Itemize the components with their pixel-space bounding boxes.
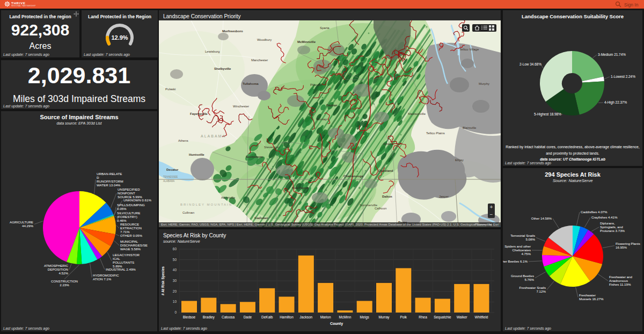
svg-text:0.05%: 0.05%	[117, 207, 127, 210]
svg-text:Freshwater and: Freshwater and	[609, 275, 633, 279]
svg-text:Bradley: Bradley	[203, 315, 215, 320]
svg-text:CONSTRUCTION: CONSTRUCTION	[51, 279, 78, 283]
svg-text:INDUSTRIAL 2.49%: INDUSTRIAL 2.49%	[106, 267, 136, 271]
svg-text:Chattanooga: Chattanooga	[343, 175, 363, 178]
svg-text:Caddisflies 4.07%: Caddisflies 4.07%	[581, 210, 608, 214]
svg-text:MUNICIPAL: MUNICIPAL	[120, 239, 138, 243]
svg-text:Chelicerates: Chelicerates	[513, 248, 531, 252]
svg-text:ATION 7.1%: ATION 7.1%	[93, 277, 112, 281]
svg-text:40: 40	[173, 268, 177, 272]
svg-text:Jackson: Jackson	[299, 315, 312, 319]
svg-text:7.71%: 7.71%	[120, 230, 130, 234]
svg-text:McMinnville: McMinnville	[297, 40, 316, 43]
svg-text:20: 20	[173, 289, 177, 293]
svg-text:0: 0	[174, 310, 177, 314]
svg-text:County: County	[330, 322, 343, 326]
svg-text:Pulaski: Pulaski	[165, 88, 175, 91]
svg-text:Other 14.58%: Other 14.58%	[531, 216, 552, 220]
svg-text:Shelbyville: Shelbyville	[214, 67, 231, 70]
svg-text:Cullman: Cullman	[182, 211, 194, 214]
svg-text:4.52%: 4.52%	[58, 271, 68, 275]
svg-text:WATER 13.04%: WATER 13.04%	[97, 183, 121, 187]
svg-text:NONPOINT: NONPOINT	[118, 191, 135, 195]
svg-text:Madisonville: Madisonville	[408, 112, 426, 115]
svg-text:POLLUTANTS: POLLUTANTS	[113, 260, 134, 264]
svg-text:HYDROMODIFIC: HYDROMODIFIC	[93, 273, 119, 277]
svg-text:(FORESTRY): (FORESTRY)	[117, 215, 137, 219]
svg-text:4-High 22.37%: 4-High 22.37%	[604, 100, 627, 105]
svg-text:Summerville: Summerville	[360, 204, 378, 207]
svg-text:EXTRACTION: EXTRACTION	[120, 226, 142, 230]
svg-text:SPILLS/DUMPING: SPILLS/DUMPING	[117, 203, 145, 207]
svg-text:Cleveland: Cleveland	[378, 169, 393, 172]
svg-text:Diplurans,: Diplurans,	[600, 221, 615, 225]
svg-text:Spiders and other: Spiders and other	[504, 244, 531, 248]
svg-text:Calhoun: Calhoun	[375, 207, 386, 210]
svg-text:Marion: Marion	[320, 315, 331, 319]
svg-text:Albertville: Albertville	[221, 196, 236, 199]
svg-text:ALABAMA: ALABAMA	[201, 134, 226, 138]
svg-text:Woodbury: Woodbury	[257, 38, 272, 41]
svg-text:Jasper: Jasper	[439, 195, 449, 198]
svg-text:DEPOSITION: DEPOSITION	[48, 267, 68, 271]
svg-text:5-Highest 18.98%: 5-Highest 18.98%	[534, 112, 561, 117]
svg-text:Tellico Plains: Tellico Plains	[426, 132, 445, 135]
svg-text:Rhea: Rhea	[419, 315, 427, 319]
svg-text:D: D	[97, 176, 99, 179]
svg-text:Bledsoe: Bledsoe	[183, 315, 196, 319]
svg-text:McMinn: McMinn	[339, 315, 352, 319]
svg-text:Winchester: Winchester	[233, 105, 249, 108]
svg-text:30: 30	[173, 279, 177, 282]
svg-text:Meigs: Meigs	[360, 315, 370, 320]
svg-text:Dade: Dade	[244, 315, 252, 319]
svg-text:4.75%: 4.75%	[521, 252, 531, 256]
svg-text:Proturans 3.73%: Proturans 3.73%	[600, 229, 625, 233]
svg-text:ther Beetles 6.1%: ther Beetles 6.1%	[503, 259, 528, 263]
svg-text:Polk: Polk	[400, 315, 407, 319]
svg-text:Whitfield: Whitfield	[475, 315, 488, 319]
svg-text:Fayetteville: Fayetteville	[190, 112, 208, 115]
svg-text:Tellico Village: Tellico Village	[459, 48, 479, 51]
svg-text:SILVICULTURE: SILVICULTURE	[117, 211, 140, 215]
svg-text:URBAN-RELATE: URBAN-RELATE	[97, 172, 122, 176]
svg-text:DeKalb: DeKalb	[261, 315, 273, 319]
svg-text:16.95%: 16.95%	[616, 245, 627, 249]
svg-text:Manchester: Manchester	[251, 59, 268, 62]
svg-text:3-Medium 21.74%: 3-Medium 21.74%	[598, 53, 626, 56]
svg-text:Athens: Athens	[178, 139, 188, 142]
svg-text:12.9%: 12.9%	[111, 34, 128, 41]
svg-text:Murray: Murray	[378, 315, 390, 320]
svg-text:LEGACY/HISTOR: LEGACY/HISTOR	[113, 253, 140, 257]
svg-text:UNKNOWN 0.61%: UNKNOWN 0.61%	[123, 198, 151, 202]
svg-text:Athens: Athens	[383, 142, 393, 146]
svg-text:BRINDLEY MOUNTAIN: BRINDLEY MOUNTAIN	[180, 203, 232, 206]
svg-text:Freshwater Snails: Freshwater Snails	[519, 286, 546, 289]
svg-text:Stevenson: Stevenson	[264, 146, 279, 149]
svg-text:RUNOFF/STORM: RUNOFF/STORM	[97, 179, 123, 183]
svg-text:Freshwater: Freshwater	[579, 293, 596, 297]
svg-text:UNSPECIFIED: UNSPECIFIED	[118, 187, 140, 191]
svg-text:Huntsville: Huntsville	[189, 153, 204, 156]
svg-text:7.12%: 7.12%	[536, 289, 546, 293]
svg-text:44.29%: 44.29%	[22, 224, 33, 228]
svg-text:Pikeville: Pikeville	[310, 83, 323, 86]
svg-text:Blairsville: Blairsville	[463, 126, 477, 129]
svg-text:50: 50	[173, 258, 177, 262]
svg-text:WAGE 5.58%: WAGE 5.58%	[120, 247, 141, 251]
svg-text:Terrestrial Snails: Terrestrial Snails	[510, 234, 535, 237]
svg-text:Flowering Plants: Flowering Plants	[616, 242, 640, 245]
svg-text:2-Low 34.68%: 2-Low 34.68%	[519, 62, 541, 66]
svg-text:Crayfishes 4.41%: Crayfishes 4.41%	[591, 215, 618, 219]
svg-text:Anadromous: Anadromous	[609, 279, 628, 282]
svg-text:5.08%: 5.08%	[525, 237, 535, 241]
svg-text:0.46%: 0.46%	[117, 219, 127, 222]
svg-text:# At Risk Species: # At Risk Species	[161, 266, 165, 295]
svg-text:5.76%: 5.76%	[524, 278, 534, 281]
svg-text:2.23%: 2.23%	[60, 283, 69, 287]
svg-text:1-Lowest 2.24%: 1-Lowest 2.24%	[611, 75, 635, 78]
svg-text:Hamilton: Hamilton	[280, 315, 294, 319]
svg-text:RESOURCE: RESOURCE	[120, 222, 139, 226]
svg-text:Springtails, and: Springtails, and	[600, 225, 623, 229]
svg-text:Mussels 16.27%: Mussels 16.27%	[579, 297, 604, 301]
svg-text:Ellijay: Ellijay	[455, 158, 464, 162]
